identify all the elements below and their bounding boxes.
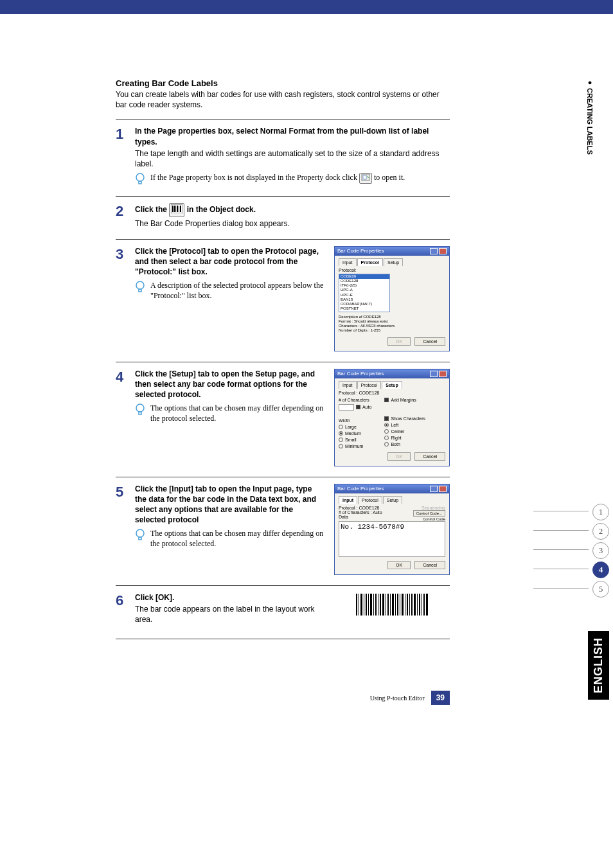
dialog-title-text: Bar Code Properties <box>337 486 384 492</box>
list-item[interactable]: EAN13 <box>339 297 389 302</box>
lightbulb-icon <box>135 529 145 542</box>
svg-rect-29 <box>386 594 386 616</box>
tab-protocol[interactable]: Protocol <box>357 381 382 389</box>
opt-label: Small <box>345 438 357 442</box>
step-number: 6 <box>116 592 135 625</box>
list-item[interactable]: ITF(I-2/5) <box>339 283 389 288</box>
step-sub: The bar code appears on the label in the… <box>135 604 325 624</box>
svg-rect-10 <box>180 206 181 212</box>
dialog-title-text: Bar Code Properties <box>337 248 384 254</box>
tab-setup[interactable]: Setup <box>383 496 402 504</box>
lightbulb-icon <box>135 281 145 294</box>
svg-rect-3 <box>363 175 366 179</box>
svg-rect-28 <box>382 594 384 616</box>
tab-input[interactable]: Input <box>339 381 357 389</box>
barcode-properties-dialog-input: Bar Code Properties Input Protocol Setup <box>334 484 450 575</box>
dialog-tabs: Input Protocol Setup <box>339 381 445 389</box>
numchar-input[interactable] <box>339 404 354 411</box>
lightbulb-icon <box>135 403 145 416</box>
addmargins-check[interactable]: Add Margins <box>384 398 425 402</box>
barcode-properties-dialog-protocol: Bar Code Properties Input Protocol Setup… <box>334 246 450 351</box>
align-opt-both[interactable]: Both <box>384 442 425 447</box>
list-item[interactable]: UPC-E <box>339 293 389 297</box>
align-opt-left[interactable]: Left <box>384 423 425 427</box>
width-opt-medium[interactable]: Medium <box>339 431 371 436</box>
chapter-link-3[interactable]: 3 <box>592 542 609 559</box>
help-icon[interactable] <box>430 248 438 254</box>
auto-label: Auto <box>362 405 371 409</box>
svg-rect-44 <box>422 594 422 616</box>
opt-label: Minimum <box>345 444 363 448</box>
protocol-listbox[interactable]: CODE39 CODE128 ITF(I-2/5) UPC-A UPC-E EA… <box>339 274 390 312</box>
opt-label: Large <box>345 425 357 429</box>
close-icon[interactable] <box>439 486 447 492</box>
tab-protocol[interactable]: Protocol <box>358 496 382 504</box>
cancel-button[interactable]: Cancel <box>414 337 445 346</box>
svg-rect-40 <box>411 594 413 616</box>
barcode-properties-dialog-setup: Bar Code Properties Input Protocol Setup… <box>334 369 450 466</box>
chapter-link-1[interactable]: 1 <box>592 504 609 520</box>
width-opt-minimum[interactable]: Minimum <box>339 444 371 448</box>
step-number: 1 <box>116 126 135 186</box>
svg-rect-17 <box>356 594 357 616</box>
width-opt-large[interactable]: Large <box>339 425 371 429</box>
showchars-label: Show Characters <box>391 416 425 421</box>
help-icon[interactable] <box>430 371 438 377</box>
cancel-button[interactable]: Cancel <box>414 561 445 569</box>
svg-rect-23 <box>370 594 372 616</box>
svg-rect-16 <box>139 537 141 540</box>
list-item[interactable]: UPC-A <box>339 288 389 292</box>
step-main: In the Page properties box, select Norma… <box>135 126 450 146</box>
close-icon[interactable] <box>439 248 447 254</box>
ok-button[interactable]: OK <box>387 337 411 346</box>
step-main-after: in the Object dock. <box>187 205 256 214</box>
svg-rect-26 <box>378 594 378 616</box>
svg-rect-21 <box>366 594 367 616</box>
auto-check[interactable]: Auto <box>339 404 371 411</box>
align-opt-right[interactable]: Right <box>384 436 425 440</box>
data-label: Data <box>339 515 382 519</box>
svg-rect-7 <box>175 206 176 212</box>
close-icon[interactable] <box>439 371 447 377</box>
chapter-link-4[interactable]: 4 <box>592 562 609 578</box>
list-item[interactable]: CODABAR(NW-7) <box>339 302 389 306</box>
tab-setup[interactable]: Setup <box>382 381 402 389</box>
align-opt-center[interactable]: Center <box>384 429 425 434</box>
width-opt-small[interactable]: Small <box>339 438 371 442</box>
opt-label: Left <box>391 423 398 427</box>
desc-line: Number of Digits : 1-255 <box>339 328 445 333</box>
dialog-titlebar: Bar Code Properties <box>335 484 449 493</box>
control-code-button[interactable]: Control Code... <box>413 510 445 517</box>
tab-input[interactable]: Input <box>339 496 357 504</box>
svg-rect-31 <box>390 594 391 616</box>
svg-rect-5 <box>172 206 173 212</box>
list-item[interactable]: CODE128 <box>339 279 389 283</box>
help-icon[interactable] <box>430 486 438 492</box>
footer-section-name: Using P-touch Editor <box>370 695 425 702</box>
chapter-link-5[interactable]: 5 <box>592 581 609 598</box>
svg-rect-25 <box>375 594 377 616</box>
opt-label: Both <box>391 442 400 447</box>
bullet-icon: ● <box>586 78 594 86</box>
opt-label: Right <box>391 436 401 440</box>
tab-protocol[interactable]: Protocol <box>357 258 383 266</box>
cancel-button[interactable]: Cancel <box>414 452 445 461</box>
barcode-icon <box>353 592 431 621</box>
step-6: 6 Click [OK]. The bar code appears on th… <box>116 585 450 635</box>
list-item[interactable]: POSTNET <box>339 306 389 311</box>
tab-setup[interactable]: Setup <box>384 258 403 266</box>
list-item[interactable]: CODE39 <box>339 274 389 279</box>
chapter-link-2[interactable]: 2 <box>592 523 609 540</box>
showchars-check[interactable]: Show Characters <box>384 416 425 421</box>
svg-rect-14 <box>139 412 141 414</box>
addmargins-label: Add Margins <box>391 398 416 402</box>
tab-input[interactable]: Input <box>339 258 357 266</box>
svg-rect-45 <box>423 594 425 616</box>
svg-rect-37 <box>405 594 405 616</box>
note-text-after: to open it. <box>374 173 405 182</box>
svg-rect-42 <box>417 594 418 616</box>
ok-button[interactable]: OK <box>387 452 411 461</box>
data-textbox[interactable]: No. 1234-5678#9 <box>339 521 445 557</box>
ok-button[interactable]: OK <box>387 561 411 569</box>
numchar-label: # of Characters <box>339 398 371 402</box>
